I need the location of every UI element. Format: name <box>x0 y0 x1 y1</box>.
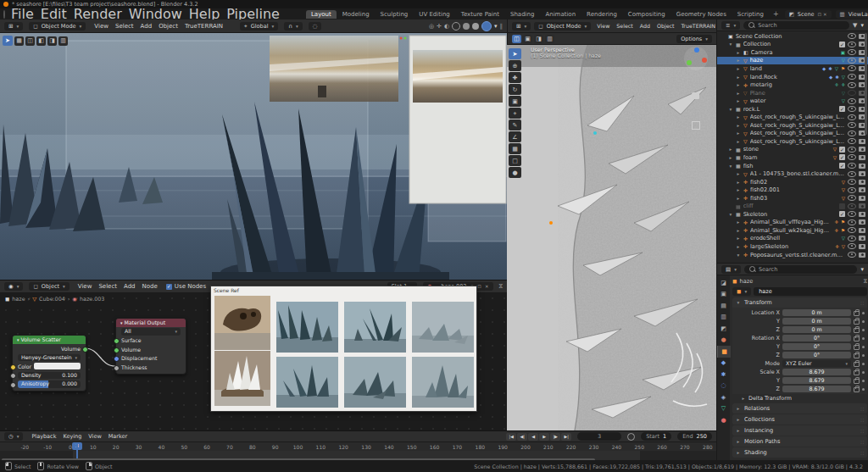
tool-transform[interactable]: ⌖ <box>509 108 521 119</box>
tool-sphere-none[interactable]: ● <box>509 167 521 178</box>
number-field[interactable]: 0 m <box>782 318 851 325</box>
disable-render-icon[interactable] <box>859 219 865 225</box>
object-name-field[interactable]: haze <box>754 287 867 296</box>
tool-annotate[interactable]: ✎ <box>509 119 521 130</box>
properties-tab-scene[interactable]: ◩ <box>717 323 730 335</box>
collection-checkbox[interactable]: ✓ <box>839 147 845 153</box>
disable-render-icon[interactable] <box>859 203 865 208</box>
properties-tab-tool[interactable]: ◪ <box>717 277 730 289</box>
shading-material-icon[interactable] <box>472 23 479 30</box>
disclosure-icon[interactable]: ▸ <box>736 50 741 55</box>
hide-viewport-icon[interactable] <box>848 138 856 144</box>
properties-tab-particles[interactable]: ✱ <box>717 369 730 380</box>
hide-viewport-icon[interactable] <box>848 171 856 177</box>
disclosure-icon[interactable]: ▸ <box>736 130 741 136</box>
properties-tab-view-layer[interactable]: ▥ <box>717 312 730 324</box>
disable-render-icon[interactable] <box>859 187 865 192</box>
hide-viewport-icon[interactable] <box>848 203 856 209</box>
viewport-menu-object[interactable]: Object <box>654 22 677 30</box>
workspace-tab-geometry-nodes[interactable]: Geometry Nodes <box>671 10 732 19</box>
animate-dot-icon[interactable] <box>862 371 865 374</box>
panel-grip-icon[interactable]: ∷ <box>860 406 864 412</box>
disclosure-icon[interactable]: ▸ <box>736 196 741 201</box>
outliner-row-fish03[interactable]: ▸✛fish03▽ <box>717 194 868 203</box>
outliner-row-animal-skull-wk2kagj-high-fbx[interactable]: ▸✛Animal_Skull_wk2kagj_High.fbx✛⚑ <box>717 226 868 235</box>
outliner-row-water[interactable]: ▸▽water▽ <box>717 97 868 105</box>
hide-viewport-icon[interactable] <box>848 147 856 153</box>
outliner-row-land-rock[interactable]: ▸▽land.Rock◆✱▽ <box>717 73 868 81</box>
viewport-right-canvas[interactable]: ➤⊕✚↻▣⌖✎∠▦□● User Perspective (1) Scene C… <box>507 45 716 430</box>
outliner-row-largeskeleton[interactable]: ▸✛largeSkeleton✛▽ <box>717 242 868 251</box>
workspace-tab-compositing[interactable]: Compositing <box>623 10 670 19</box>
lock-icon[interactable] <box>854 387 860 392</box>
animate-dot-icon[interactable] <box>862 388 865 391</box>
hide-viewport-icon[interactable] <box>848 130 856 136</box>
properties-tab-object-data[interactable]: ▽ <box>717 403 730 415</box>
viewport-menu-select[interactable]: Select <box>113 22 136 31</box>
hide-viewport-icon[interactable] <box>848 227 856 233</box>
disable-render-icon[interactable] <box>859 228 865 233</box>
transform-panel-header[interactable]: ▾Transform ∷ <box>732 297 867 308</box>
properties-tab-object[interactable]: ■ <box>717 346 731 358</box>
outliner-row-camera[interactable]: ▸◧Camera▣ <box>717 48 868 57</box>
disable-render-icon[interactable] <box>859 155 865 160</box>
hide-viewport-icon[interactable] <box>848 114 856 120</box>
number-field[interactable]: 0° <box>782 335 851 342</box>
tool-scale[interactable]: ▣ <box>509 96 521 107</box>
viewport-menu-view[interactable]: View <box>92 22 111 31</box>
hide-viewport-icon[interactable] <box>848 163 856 169</box>
anisotropy-slider[interactable]: Anisotropy0.000 <box>18 380 81 388</box>
toggle-xray-icon[interactable]: ◫ <box>512 35 521 43</box>
input-socket-volume[interactable] <box>114 347 120 353</box>
filter-icon[interactable]: ▼ <box>853 22 857 29</box>
orientation-dropdown[interactable]: ⌖Global▾ <box>240 22 278 31</box>
options-dropdown[interactable]: Options▾ <box>676 35 712 43</box>
add-workspace-button[interactable]: + <box>771 10 782 18</box>
viewport-left-canvas[interactable]: ➤ ▦ ◫ ◧ ◨ ▥ <box>0 33 507 280</box>
disclosure-icon[interactable]: ▾ <box>728 42 733 47</box>
ortho-toggle-icon[interactable] <box>692 121 700 130</box>
workspace-tab-uv-editing[interactable]: UV Editing <box>414 10 455 19</box>
outliner-row-skeleton[interactable]: ▾▦Skeleton✓ <box>717 210 868 219</box>
snap-button[interactable]: ∩▾ <box>284 22 303 31</box>
shading-rendered-icon[interactable] <box>481 21 492 31</box>
disable-render-icon[interactable] <box>859 236 865 241</box>
disclosure-icon[interactable]: ▾ <box>728 212 733 217</box>
disclosure-icon[interactable]: ▸ <box>736 91 741 96</box>
outliner-row-aset-rock-rough-s-ukincgaiw-lo[interactable]: ▸▽Aset_rock_rough_S_ukincgaiw_LOD0 <box>717 113 868 121</box>
lock-icon[interactable] <box>854 370 860 375</box>
outliner-row-fish02[interactable]: ▸✛fish02▽ <box>717 178 868 186</box>
hide-viewport-icon[interactable] <box>848 90 856 96</box>
hide-viewport-icon[interactable] <box>848 219 856 225</box>
disable-render-icon[interactable] <box>859 139 865 144</box>
input-socket-thickness[interactable] <box>114 365 120 371</box>
number-field[interactable]: 0 m <box>782 326 851 334</box>
object-id-icon[interactable]: ◼▾ <box>732 287 751 296</box>
outliner-row-rock-l[interactable]: ▾▦rock.L✓ <box>717 105 868 114</box>
viewport-menu-object[interactable]: Object <box>156 22 181 31</box>
mode-dropdown[interactable]: ◻Object Mode▾ <box>29 22 86 31</box>
hide-viewport-icon[interactable] <box>848 82 856 88</box>
outliner-display-mode[interactable]: ≡▾ <box>721 21 740 30</box>
animate-dot-icon[interactable] <box>862 337 865 340</box>
disclosure-icon[interactable]: ▸ <box>736 114 741 119</box>
viewport-menu-view[interactable]: View <box>594 22 612 30</box>
hide-viewport-icon[interactable] <box>848 252 856 258</box>
properties-tab-world[interactable]: ● <box>717 335 730 347</box>
number-field[interactable]: 0° <box>782 352 851 359</box>
collection-checkbox[interactable]: ✓ <box>839 42 845 47</box>
reference-board[interactable] <box>409 36 506 203</box>
collection-checkbox[interactable]: ✓ <box>839 154 845 160</box>
tool-move[interactable]: ✚ <box>509 72 521 83</box>
panel-instancing[interactable]: ▸Instancing∷ <box>732 425 867 436</box>
disclosure-icon[interactable]: ▸ <box>736 171 741 176</box>
animate-dot-icon[interactable] <box>862 363 865 365</box>
panel-grip-icon[interactable]: ∷ <box>860 417 864 423</box>
disable-render-icon[interactable] <box>859 212 865 217</box>
disclosure-icon[interactable]: ▸ <box>736 82 741 87</box>
properties-tab-material[interactable]: ● <box>717 414 730 426</box>
outliner-row-aset-rock-rough-s-ukincgaiw-lo[interactable]: ▸▽Aset_rock_rough_S_ukincgaiw_LOD0.003 <box>717 137 868 146</box>
outliner-row-metarig[interactable]: ▸✛metarig✛✛ <box>717 81 868 89</box>
lock-icon[interactable] <box>854 319 860 325</box>
disclosure-icon[interactable]: ▸ <box>736 228 741 233</box>
